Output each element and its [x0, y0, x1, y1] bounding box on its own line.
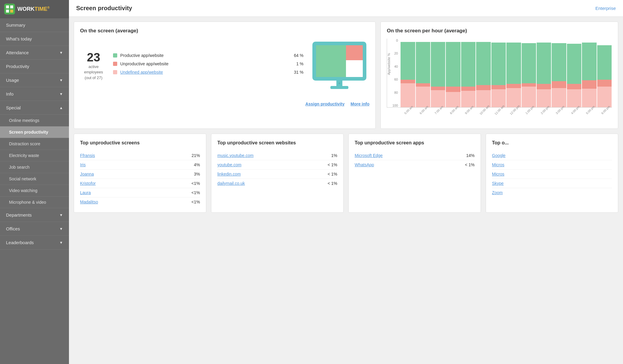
sidebar-item-leaderboards[interactable]: Leaderboards▼: [0, 236, 69, 250]
svg-rect-2: [10, 5, 13, 8]
table-row: dailymail.co.uk< 1%: [217, 179, 337, 188]
row-label[interactable]: Iris: [80, 162, 86, 167]
bar-group-700am: [431, 42, 445, 108]
legend-label-productive: Productive app/website: [120, 53, 288, 58]
app-name: WORKTIME®: [17, 6, 49, 12]
bar-chart: 100806040200 App/website % 5:00 am6:00 a…: [387, 39, 612, 123]
row-label[interactable]: linkedin.com: [217, 172, 241, 176]
bar-unproductive: [491, 85, 506, 89]
row-label[interactable]: Ffransis: [80, 153, 95, 158]
bar-group-500am: [401, 42, 415, 108]
legend-label-unproductive: Unproductive app/website: [120, 61, 288, 66]
bar-unproductive: [431, 87, 445, 90]
legend-item-undefined: Undefined app/website31 %: [113, 70, 303, 75]
sidebar: WORKTIME® SummaryWhat's todayAttendance▼…: [0, 0, 69, 364]
bar-productive: [461, 42, 475, 87]
top-row: On the screen (average) 23 activeemploye…: [74, 22, 618, 129]
bar-group-900am: [461, 42, 475, 107]
sidebar-item-special[interactable]: Special▲: [0, 101, 69, 115]
legend-dot-unproductive: [113, 62, 117, 66]
row-label[interactable]: Madalitso: [80, 200, 98, 204]
sidebar-item-info[interactable]: Info▼: [0, 87, 69, 101]
bar-group-300pm: [552, 43, 566, 107]
row-label[interactable]: Google: [492, 153, 505, 158]
bottom-panel-top-unproductive-apps: Top unproductive screen appsMicrosoft Ed…: [348, 134, 481, 213]
table-row: music.youtube.com1%: [217, 151, 337, 160]
bar-productive: [597, 45, 612, 80]
table-row: linkedin.com< 1%: [217, 170, 337, 179]
row-label[interactable]: WhatsApp: [355, 162, 374, 167]
bottom-row: Top unproductive screensFfransis21%Iris4…: [74, 134, 618, 213]
monitor-illustration: [309, 39, 369, 93]
row-value: < 1%: [328, 172, 337, 176]
row-label[interactable]: Kristofor: [80, 181, 96, 186]
sidebar-item-label: Summary: [6, 22, 25, 28]
enterprise-link[interactable]: Enterprise: [595, 6, 616, 11]
sidebar-item-distraction-score[interactable]: Distraction score: [0, 138, 69, 150]
bar-unproductive: [567, 84, 581, 89]
row-label[interactable]: Laura: [80, 190, 91, 195]
more-info-link[interactable]: More info: [350, 102, 369, 106]
assign-productivity-link[interactable]: Assign productivity: [306, 102, 345, 106]
sidebar-item-departments[interactable]: Departments▼: [0, 208, 69, 222]
row-label[interactable]: dailymail.co.uk: [217, 181, 245, 186]
sidebar-item-summary[interactable]: Summary: [0, 18, 69, 32]
svg-rect-0: [4, 4, 15, 14]
sidebar-item-offices[interactable]: Offices▼: [0, 222, 69, 236]
row-label[interactable]: Skype: [492, 181, 504, 186]
bar-unproductive: [537, 84, 551, 89]
sidebar-item-social-network[interactable]: Social network: [0, 173, 69, 185]
bar-unproductive: [461, 87, 475, 91]
table-row: Zoom: [492, 188, 612, 197]
sidebar-item-microphone-video[interactable]: Microphone & video: [0, 197, 69, 208]
bottom-panel-title-top-unproductive-screens: Top unproductive screens: [80, 140, 200, 146]
y-label: 60: [387, 78, 399, 81]
svg-rect-1: [6, 5, 9, 8]
sidebar-item-usage[interactable]: Usage▼: [0, 73, 69, 87]
row-label[interactable]: music.youtube.com: [217, 153, 254, 158]
legend-label-undefined[interactable]: Undefined app/website: [120, 70, 288, 75]
row-value: 3%: [194, 172, 200, 176]
row-value: <1%: [192, 200, 200, 204]
hour-panel-title: On the screen per hour (average): [387, 28, 612, 34]
sidebar-item-online-meetings[interactable]: Online meetings: [0, 115, 69, 126]
chevron-info-icon: ▼: [59, 92, 63, 96]
row-label[interactable]: Zoom: [492, 190, 503, 195]
row-label[interactable]: youtube.com: [217, 162, 241, 167]
main-area: Screen productivity Enterprise On the sc…: [69, 0, 623, 364]
row-value: < 1%: [328, 162, 337, 167]
row-label[interactable]: Microsoft Edge: [355, 153, 383, 158]
sidebar-item-electricity-waste[interactable]: Electricity waste: [0, 150, 69, 161]
sidebar-item-screen-productivity[interactable]: Screen productivity: [0, 126, 69, 138]
bar-productive: [476, 42, 490, 85]
bar-group-1200pm: [506, 43, 521, 107]
sidebar-item-job-search[interactable]: Job search: [0, 161, 69, 173]
bar-group-800am: [446, 42, 460, 107]
avg-panel: On the screen (average) 23 activeemploye…: [74, 22, 376, 129]
bar-productive: [446, 42, 460, 87]
sidebar-item-attendance[interactable]: Attendance▼: [0, 46, 69, 60]
bar-productive: [522, 43, 536, 83]
table-row: Micros: [492, 170, 612, 179]
svg-rect-10: [330, 86, 348, 89]
row-label[interactable]: Micros: [492, 162, 504, 167]
sidebar-item-whats-today[interactable]: What's today: [0, 32, 69, 46]
sidebar-item-video-watching[interactable]: Video watching: [0, 185, 69, 197]
bottom-panel-top-unproductive-screens: Top unproductive screensFfransis21%Iris4…: [74, 134, 206, 213]
sidebar-item-productivity[interactable]: Productivity: [0, 60, 69, 73]
row-label[interactable]: Joanna: [80, 172, 94, 176]
bar-group-200pm: [537, 43, 551, 107]
bar-group-1000am: [476, 42, 490, 107]
sidebar-item-label: What's today: [6, 36, 32, 41]
legend: Productive app/website64 %Unproductive a…: [113, 53, 303, 78]
chart-inner: 100806040200 App/website %: [387, 39, 612, 108]
bottom-panel-top-unproductive-websites: Top unproductive screen websitesmusic.yo…: [211, 134, 344, 213]
bar-unproductive: [597, 80, 612, 87]
y-label: 100: [387, 104, 399, 107]
y-label: 0: [387, 39, 399, 42]
legend-pct-productive: 64 %: [291, 53, 303, 58]
y-axis-label: App/website %: [387, 53, 391, 75]
chevron-usage-icon: ▼: [59, 78, 63, 82]
bar-productive: [506, 43, 521, 84]
row-label[interactable]: Micros: [492, 172, 504, 176]
